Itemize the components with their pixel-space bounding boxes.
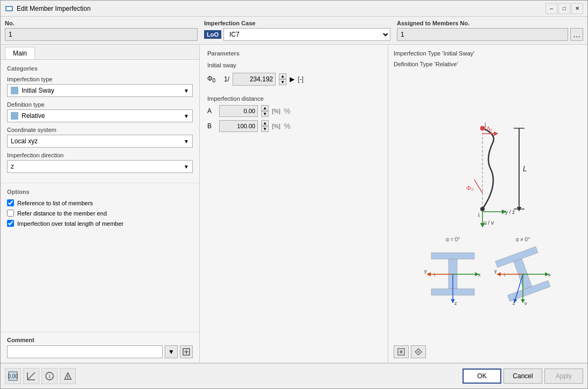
- phi-input[interactable]: [233, 73, 276, 86]
- spin-a-down-button[interactable]: ▼: [261, 111, 269, 117]
- cb3-checkbox[interactable]: [7, 220, 14, 227]
- title-bar: Edit Member Imperfection – □ ✕: [1, 1, 587, 17]
- phi-label: Φ0: [207, 75, 221, 84]
- options-section: Options Reference to list of members Ref…: [1, 183, 199, 235]
- assigned-input[interactable]: [397, 28, 568, 41]
- comment-section: Comment ▼: [1, 332, 199, 363]
- svg-text:x: x: [548, 272, 551, 277]
- toolbar-btn1[interactable]: 0.00: [5, 368, 21, 384]
- svg-text:0.00: 0.00: [8, 373, 18, 379]
- comment-action-button[interactable]: [180, 345, 193, 358]
- main-window: Edit Member Imperfection – □ ✕ No. 1 Imp…: [0, 0, 588, 389]
- svg-point-12: [480, 207, 485, 211]
- svg-text:i: i: [504, 272, 505, 277]
- svg-text:i: i: [434, 272, 435, 277]
- spin-down-button[interactable]: ▼: [279, 79, 286, 85]
- svg-rect-1: [6, 7, 12, 10]
- dist-b-input[interactable]: [219, 120, 258, 132]
- direction-value: z: [11, 163, 14, 170]
- cb2-checkbox[interactable]: [7, 210, 14, 217]
- title-bar-controls: – □ ✕: [545, 3, 583, 14]
- svg-point-53: [67, 378, 68, 379]
- categories-title: Categories: [7, 65, 193, 72]
- main-content: Main Categories Imperfection type Initia…: [1, 45, 587, 363]
- categories-section: Categories Imperfection type Initial Swa…: [1, 60, 199, 183]
- spin-a-up-button[interactable]: ▲: [261, 105, 269, 111]
- minimize-button[interactable]: –: [545, 3, 557, 14]
- bottom-bar: 0.00 i OK Cancel Apply: [1, 363, 587, 388]
- coordinate-value: Local xyz: [11, 137, 38, 145]
- definition-type-label: Definition type: [7, 101, 193, 108]
- svg-text:z: z: [513, 301, 515, 306]
- beam-diagrams: α = 0° x i: [423, 237, 552, 315]
- spin-buttons: ▲ ▼: [279, 73, 286, 85]
- definition-type-dropdown[interactable]: Relative ▼: [7, 109, 193, 122]
- toolbar-btn3[interactable]: i: [41, 368, 58, 384]
- svg-text:z: z: [454, 301, 457, 306]
- window-icon: [5, 4, 13, 13]
- assigned-dots-button[interactable]: …: [570, 28, 583, 41]
- spin-up-button[interactable]: ▲: [279, 73, 286, 79]
- distance-title: Imperfection distance: [207, 95, 380, 102]
- cb3-label: Imperfection over total length of member: [17, 220, 123, 227]
- right-icon-btn2[interactable]: [411, 345, 426, 358]
- dist-a-row: A ▲ ▼ [%] %: [207, 105, 380, 117]
- dist-a-unit: [%]: [272, 108, 281, 114]
- spin-b-down-button[interactable]: ▼: [261, 126, 269, 132]
- cancel-button[interactable]: Cancel: [503, 369, 542, 384]
- no-label: No.: [5, 20, 198, 26]
- tab-row: Main: [1, 45, 199, 60]
- colored-bar-icon: [11, 87, 18, 94]
- sway-diagram: L δ₀ Φ₀ i j: [434, 99, 542, 228]
- svg-point-43: [400, 350, 403, 353]
- apply-button[interactable]: Apply: [544, 369, 583, 384]
- cb2-label: Refer distance to the member end: [17, 210, 107, 217]
- ic-input-row: LoO IC7: [204, 28, 390, 41]
- comment-input[interactable]: [7, 345, 163, 358]
- comment-label: Comment: [7, 337, 193, 343]
- imperfection-type-dropdown[interactable]: Initial Sway ▼: [7, 84, 193, 97]
- dist-a-label: A: [207, 107, 216, 115]
- dropdown-arrow4-icon: ▼: [184, 164, 189, 170]
- beam2-item: α ≠ 0°: [493, 237, 552, 315]
- diagram-area: L δ₀ Φ₀ i j: [394, 72, 582, 341]
- dist-a-input[interactable]: [219, 105, 258, 117]
- beam2-diagram: x i z v y: [493, 245, 552, 315]
- colored-bar2-icon: [11, 112, 18, 120]
- cb3-row: Imperfection over total length of member: [7, 220, 193, 227]
- svg-line-47: [27, 372, 35, 380]
- comment-arrow-icon[interactable]: ▼: [165, 345, 178, 358]
- dist-a-pct-icon: %: [284, 107, 290, 115]
- direction-label: Imperfection direction: [7, 152, 193, 158]
- ok-button[interactable]: OK: [463, 369, 501, 384]
- spin-b-up-button[interactable]: ▲: [261, 120, 269, 126]
- direction-dropdown[interactable]: z ▼: [7, 160, 193, 173]
- ic-select[interactable]: IC7: [223, 28, 390, 41]
- right-icon-btn1[interactable]: [394, 345, 409, 358]
- svg-text:v: v: [524, 301, 527, 306]
- direction-row: Imperfection direction z ▼: [7, 152, 193, 173]
- close-button[interactable]: ✕: [571, 3, 583, 14]
- svg-text:Φ₀: Φ₀: [466, 185, 474, 191]
- arrow-right-icon[interactable]: ▶: [290, 75, 295, 83]
- beam1-diagram: x i z y: [423, 245, 482, 315]
- maximize-button[interactable]: □: [558, 3, 570, 14]
- ic-field: Imperfection Case LoO IC7: [204, 20, 397, 41]
- right-line2: Definition Type 'Relative': [394, 61, 582, 67]
- toolbar-btn2[interactable]: [23, 368, 39, 384]
- tab-main[interactable]: Main: [5, 47, 35, 59]
- title-bar-text: Edit Member Imperfection: [17, 5, 542, 12]
- right-icon-buttons: [394, 345, 582, 358]
- toolbar-btn4[interactable]: [60, 368, 76, 384]
- cb1-checkbox[interactable]: [7, 199, 14, 206]
- coordinate-dropdown[interactable]: Local xyz ▼: [7, 135, 193, 148]
- header-row: No. 1 Imperfection Case LoO IC7 Assigned…: [1, 17, 587, 45]
- svg-point-14: [480, 126, 485, 130]
- ic-label: Imperfection Case: [204, 20, 390, 26]
- bracket-button[interactable]: [-]: [298, 75, 304, 83]
- slash-label: 1/: [224, 75, 229, 83]
- svg-text:x: x: [478, 272, 481, 277]
- svg-text:y: y: [494, 268, 497, 274]
- dist-b-row: B ▲ ▼ [%] %: [207, 120, 380, 132]
- svg-text:y: y: [424, 268, 427, 274]
